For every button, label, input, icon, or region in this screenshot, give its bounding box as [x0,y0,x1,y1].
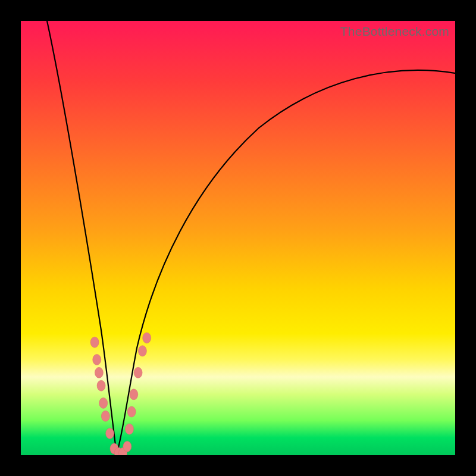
chart-frame: TheBottleneck.com [0,0,476,476]
data-marker [106,428,114,439]
data-marker [97,380,105,391]
data-marker [134,367,142,378]
left-curve [47,21,117,454]
data-marker [123,441,131,452]
curve-layer [21,21,455,455]
data-marker [95,367,103,378]
data-marker [93,354,101,365]
data-marker [90,337,99,347]
data-marker [126,424,134,434]
data-marker [143,333,151,343]
plot-area: TheBottleneck.com [21,21,455,455]
data-marker [99,397,108,408]
data-marker [130,389,138,400]
data-marker [138,346,146,356]
right-curve [117,70,455,454]
data-marker [127,406,136,417]
data-marker [101,411,109,421]
